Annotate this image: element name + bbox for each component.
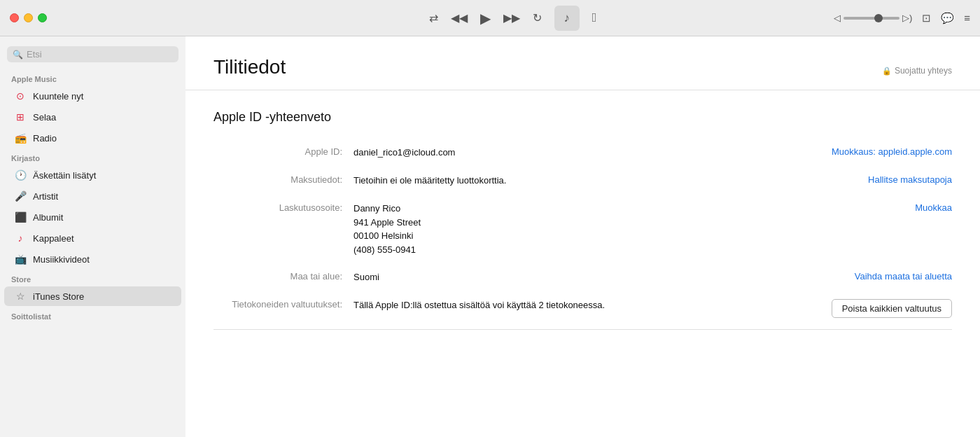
sidebar-label-radio: Radio (33, 133, 57, 144)
billing-line-2: 941 Apple Street (354, 216, 756, 230)
sidebar-item-albums[interactable]: ⬛ Albumit (4, 207, 181, 227)
sidebar-item-recently-added[interactable]: 🕐 Äskettäin lisätyt (4, 165, 181, 185)
sidebar-label-artists: Artistit (33, 191, 58, 202)
mic-icon: 🎤 (14, 190, 27, 202)
music-note-icon: ♪ (564, 11, 570, 25)
sidebar-label-itunes-store: iTunes Store (33, 291, 84, 302)
value-apple-id: daniel_rico1@icloud.com (354, 146, 756, 160)
sidebar-label-listen-now: Kuuntele nyt (33, 91, 83, 102)
section-title: Apple ID -yhteenveto (214, 110, 952, 125)
action-link-apple-id[interactable]: Muokkaus: appleid.apple.com (832, 146, 952, 157)
sidebar-item-music-videos[interactable]: 📺 Musiikkivideot (4, 249, 181, 269)
secure-label: Suojattu yhteys (895, 66, 952, 76)
volume-thumb (874, 14, 883, 22)
row-authorizations: Tietokoneiden valtuutukset: Tällä Apple … (214, 291, 952, 325)
video-icon: 📺 (14, 253, 27, 265)
now-playing-button[interactable]: ♪ (554, 6, 580, 31)
action-link-payment[interactable]: Hallitse maksutapoja (868, 174, 952, 185)
sidebar-label-music-videos: Musiikkivideot (33, 254, 90, 265)
note-icon: ♪ (14, 232, 27, 244)
play-button[interactable]: ▶ (480, 10, 491, 27)
titlebar: ⇄ ◀◀ ▶ ▶▶ ↻ ♪  ◁ ▷) ⊡ 💬 ≡ (0, 0, 980, 36)
sidebar-item-songs[interactable]: ♪ Kappaleet (4, 228, 181, 248)
section-label-library: Kirjasto (0, 148, 186, 165)
action-link-country[interactable]: Vaihda maata tai aluetta (855, 271, 952, 282)
volume-high-icon: ▷) (902, 13, 912, 23)
action-apple-id[interactable]: Muokkaus: appleid.apple.com (756, 146, 952, 157)
titlebar-center: ⇄ ◀◀ ▶ ▶▶ ↻ ♪  (186, 6, 840, 31)
label-country: Maa tai alue: (214, 270, 354, 282)
main-area: 🔍 Etsi Apple Music ⊙ Kuuntele nyt ⊞ Sela… (0, 36, 980, 437)
sidebar-item-listen-now[interactable]: ⊙ Kuuntele nyt (4, 86, 181, 106)
maximize-button[interactable] (38, 13, 47, 22)
content-body: Apple ID -yhteenveto Apple ID: daniel_ri… (186, 90, 980, 349)
billing-line-1: Danny Rico (354, 202, 756, 216)
grid-icon: ⊞ (14, 111, 27, 123)
label-apple-id: Apple ID: (214, 146, 354, 157)
titlebar-right: ◁ ▷) ⊡ 💬 ≡ (840, 12, 980, 25)
content-header: Tilitiedot 🔒 Suojattu yhteys (186, 36, 980, 90)
search-placeholder: Etsi (27, 49, 42, 60)
album-icon: ⬛ (14, 211, 27, 223)
billing-line-3: 00100 Helsinki (354, 229, 756, 243)
sidebar-label-songs: Kappaleet (33, 233, 74, 244)
sidebar-label-browse: Selaa (33, 112, 56, 123)
label-payment: Maksutiedot: (214, 174, 354, 185)
search-bar[interactable]: 🔍 Etsi (7, 46, 178, 62)
bottom-divider (214, 329, 952, 330)
secure-badge: 🔒 Suojattu yhteys (882, 66, 952, 78)
value-country: Suomi (354, 270, 756, 284)
row-country: Maa tai alue: Suomi Vaihda maata tai alu… (214, 263, 952, 291)
action-payment[interactable]: Hallitse maksutapoja (756, 174, 952, 185)
action-link-billing[interactable]: Muokkaa (915, 202, 952, 213)
lock-icon: 🔒 (882, 67, 892, 76)
section-label-playlists: Soittolistat (0, 307, 186, 323)
section-label-store: Store (0, 270, 186, 286)
sidebar-item-radio[interactable]: 📻 Radio (4, 128, 181, 148)
volume-slider[interactable] (844, 17, 899, 20)
billing-line-4: (408) 555-0941 (354, 243, 756, 257)
volume-control[interactable]: ◁ ▷) (834, 13, 912, 23)
sidebar-item-browse[interactable]: ⊞ Selaa (4, 107, 181, 127)
sidebar: 🔍 Etsi Apple Music ⊙ Kuuntele nyt ⊞ Sela… (0, 36, 186, 437)
value-authorizations: Tällä Apple ID:llä ostettua sisältöä voi… (354, 298, 756, 312)
value-payment: Tietoihin ei ole määritetty luottokortti… (354, 174, 756, 188)
minimize-button[interactable] (24, 13, 33, 22)
sidebar-label-albums: Albumit (33, 212, 63, 223)
traffic-lights (10, 13, 47, 22)
apple-logo:  (592, 11, 597, 25)
row-apple-id: Apple ID: daniel_rico1@icloud.com Muokka… (214, 139, 952, 167)
circle-play-icon: ⊙ (14, 90, 27, 102)
close-button[interactable] (10, 13, 19, 22)
radio-icon: 📻 (14, 132, 27, 144)
clock-icon: 🕐 (14, 169, 27, 181)
playback-controls: ⇄ ◀◀ ▶ ▶▶ ↻ (429, 10, 542, 27)
search-icon: 🔍 (13, 50, 23, 60)
sidebar-item-itunes-store[interactable]: ☆ iTunes Store (4, 286, 181, 306)
label-billing: Laskutusosoite: (214, 202, 354, 213)
content-area: Tilitiedot 🔒 Suojattu yhteys Apple ID -y… (186, 36, 980, 437)
lyrics-icon[interactable]: 💬 (941, 12, 954, 25)
value-billing: Danny Rico 941 Apple Street 00100 Helsin… (354, 202, 756, 256)
action-billing[interactable]: Muokkaa (756, 202, 952, 213)
star-icon: ☆ (14, 290, 27, 303)
remove-auth-button[interactable]: Poista kaikkien valtuutus (832, 299, 952, 318)
page-title: Tilitiedot (214, 56, 286, 78)
section-label-apple-music: Apple Music (0, 69, 186, 85)
label-authorizations: Tietokoneiden valtuutukset: (214, 298, 354, 310)
sidebar-item-artists[interactable]: 🎤 Artistit (4, 186, 181, 206)
titlebar-left (0, 13, 186, 22)
row-payment: Maksutiedot: Tietoihin ei ole määritetty… (214, 167, 952, 195)
row-billing: Laskutusosoite: Danny Rico 941 Apple Str… (214, 195, 952, 263)
rewind-button[interactable]: ◀◀ (451, 11, 468, 25)
action-country[interactable]: Vaihda maata tai aluetta (756, 270, 952, 282)
forward-button[interactable]: ▶▶ (503, 11, 520, 25)
shuffle-button[interactable]: ⇄ (429, 11, 438, 25)
sidebar-label-recently-added: Äskettäin lisätyt (33, 170, 96, 181)
volume-low-icon: ◁ (834, 13, 841, 23)
menu-icon[interactable]: ≡ (964, 12, 970, 24)
repeat-button[interactable]: ↻ (533, 11, 542, 25)
airplay-icon[interactable]: ⊡ (922, 12, 931, 25)
action-authorizations[interactable]: Poista kaikkien valtuutus (756, 298, 952, 318)
